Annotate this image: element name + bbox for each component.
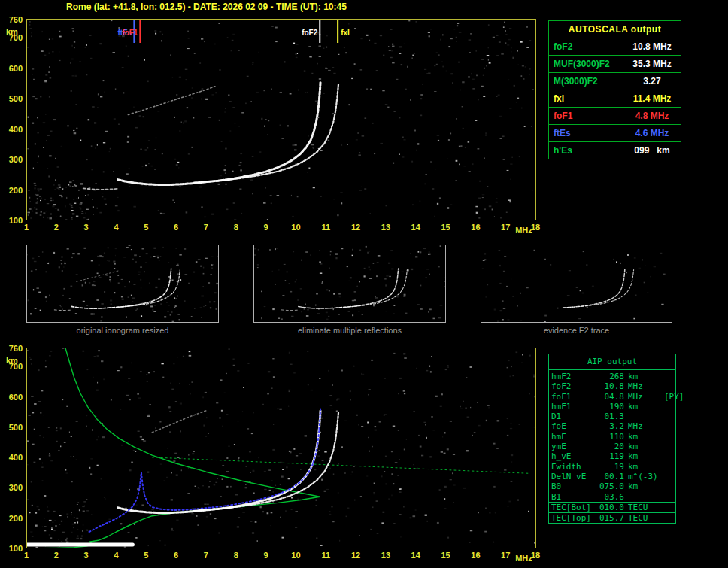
aip-param-value: 04.8 [598,392,628,402]
autoscala-param-label: ftEs [549,125,623,142]
autoscala-param-label: foF2 [549,38,623,56]
x-tick-label: 2 [54,223,59,232]
aip-param-name: hmF2 [551,372,598,381]
autoscala-row-foF2: foF210.8 MHz [549,38,681,56]
x-tick-label: 4 [114,551,119,560]
x-tick-label: 5 [144,551,148,560]
thumb-filtered-area [254,245,447,320]
autoscala-row-foF1: foF14.8 MHz [549,108,681,125]
x-tick-label: 5 [144,223,148,232]
aip-title: AIP output [549,354,675,370]
ionogram-bottom-border [27,348,536,548]
thumb-filtered [254,245,447,323]
aip-param-unit: km [628,442,664,451]
y-tick-label: 200 [9,186,23,195]
ionogram-top-axes: 760700600500400300200100km12345678910111… [6,15,540,235]
aip-param-unit: km [628,402,664,412]
autoscala-param-value: 099 km [623,142,681,159]
x-tick-label: 12 [351,223,360,232]
aip-param-value: 19 [598,462,628,472]
aip-row-D1: D101.3 [549,412,675,421]
x-tick-label: 9 [264,551,268,560]
aip-param-unit [628,492,664,502]
aip-param-name: D1 [551,412,598,421]
x-tick-label: 3 [84,551,89,560]
x-tick-label: 16 [471,223,480,232]
aip-param-note [664,372,673,381]
x-tick-label: 14 [411,223,421,232]
thumb-caption-filtered: eliminate multiple reflections [253,326,446,335]
aip-param-value: 20 [598,442,628,451]
autoscala-param-value: 3.27 [623,73,681,90]
aip-param-note [664,472,673,481]
autoscala-param-value: 35.3 MHz [623,56,681,73]
autoscala-param-label: foF1 [549,108,623,125]
y-tick-label: 100 [9,544,23,553]
x-tick-label: 2 [54,551,59,560]
thumb-original [27,245,221,323]
x-tick-label: 14 [411,551,421,560]
y-tick-label: 500 [9,423,23,432]
trace-F2-X-trace [336,270,408,308]
autoscala-title: AUTOSCALA output [549,21,681,38]
aip-param-name: B0 [551,481,598,491]
aip-row-TEC[Top]: TEC[Top]015.7TECU [549,512,675,523]
autoscala-row-M(3000)F2: M(3000)F23.27 [549,73,681,90]
aip-param-unit: TECU [628,503,664,512]
aip-row-Ewidth: Ewidth19km [549,462,675,472]
autoscala-param-label: M(3000)F2 [549,73,623,90]
aip-param-value: 190 [598,402,628,412]
aip-param-unit: TECU [628,513,664,523]
aip-param-note [664,513,673,523]
aip-param-note [664,381,673,391]
aip-param-unit: MHz [628,392,664,402]
aip-row-hmF2: hmF2268km [549,372,675,381]
aip-param-value: 075.0 [598,481,628,491]
y-tick-label: 600 [9,393,23,402]
aip-param-unit: km [628,481,664,491]
aip-param-value: 10.8 [598,381,628,391]
trace-F2-O-trace [118,410,321,513]
trace-F2-X-trace [563,270,633,308]
thumb-caption-original: original ionogram resized [26,326,219,335]
trace-F2-O-trace [299,269,399,308]
aip-param-note [664,503,673,512]
trace-low-flat-trace [54,310,72,311]
aip-param-note [664,412,673,421]
aip-param-note [664,492,673,502]
autoscala-row-fxI: fxI11.4 MHz [549,90,681,108]
autoscala-row-h'Es: h'Es099 km [549,142,681,159]
y-tick-label: 400 [9,125,23,134]
aip-param-value: 015.7 [598,513,628,523]
aip-param-note [664,451,673,461]
trace-second-hop-trace [128,87,215,115]
aip-row-ymE: ymE20km [549,442,675,451]
aip-param-note [664,402,673,412]
autoscala-param-label: h'Es [549,142,623,159]
autoscala-param-label: fxI [549,90,623,108]
marker-label-foF2: foF2 [302,29,318,37]
marker-label-foF1: foF1 [122,29,138,37]
aip-row-foE: foE3.2MHz [549,421,675,431]
autoscala-param-value: 10.8 MHz [623,38,681,56]
aip-param-unit: MHz [628,421,664,431]
aip-param-name: TEC[Top] [551,513,598,523]
aip-row-DelN_vE: DelN_vE00.1m^(-3) [549,472,675,481]
aip-param-value: 010.0 [598,503,628,512]
aip-param-value: 119 [598,451,628,461]
y-tick-label: 400 [9,453,23,462]
x-tick-label: 1 [24,223,29,232]
thumb-f2-border [481,245,672,323]
y-tick-label: 200 [9,514,23,523]
trace-F2-X-trace [109,270,180,308]
x-tick-label: 15 [441,223,450,232]
thumb-original-area [27,245,221,323]
autoscala-param-value: 4.6 MHz [623,125,681,142]
aip-param-unit: MHz [628,381,664,391]
x-tick-label: 17 [501,223,510,232]
x-tick-label: 6 [174,223,178,232]
aip-param-name: hmE [551,432,598,442]
aip-param-value: 01.3 [598,412,628,421]
trace-fitted-trace [89,409,321,532]
aip-param-name: TEC[Bot] [551,503,598,512]
